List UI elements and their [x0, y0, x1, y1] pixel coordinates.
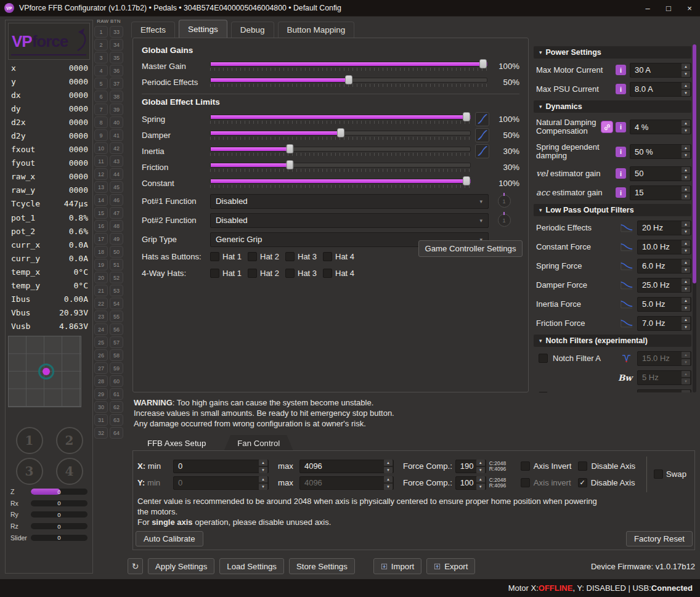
slider[interactable] — [210, 147, 471, 156]
spinner-down-icon[interactable]: ▼ — [682, 193, 690, 200]
raw-button[interactable]: 54 — [110, 298, 123, 309]
raw-button[interactable]: 28 — [94, 375, 108, 387]
raw-button[interactable]: 3 — [94, 52, 108, 63]
hat-checkbox[interactable]: Hat 3 — [285, 252, 317, 261]
slider[interactable] — [210, 62, 487, 71]
raw-button[interactable]: 18 — [94, 246, 108, 258]
raw-button[interactable]: 61 — [110, 388, 123, 400]
spinner-up-icon[interactable]: ▲ — [682, 278, 690, 285]
hat-checkbox[interactable]: Hat 3 — [285, 269, 317, 278]
raw-button[interactable]: 4 — [94, 65, 108, 76]
slider-handle[interactable] — [337, 128, 344, 137]
raw-button[interactable]: 42 — [110, 142, 123, 154]
link-icon[interactable] — [601, 121, 613, 133]
raw-button[interactable]: 23 — [94, 311, 108, 322]
spinner-down-icon[interactable]: ▼ — [682, 128, 690, 134]
spinner-buttons[interactable]: ▲▼ — [682, 316, 690, 331]
raw-button[interactable]: 52 — [110, 272, 123, 283]
setting-input[interactable]: 7.0 Hz▲▼ — [637, 316, 691, 331]
tab-fan-control[interactable]: Fan Control — [224, 435, 293, 451]
slider[interactable] — [210, 163, 471, 172]
raw-button[interactable]: 59 — [110, 362, 123, 374]
raw-button[interactable]: 40 — [110, 116, 123, 128]
slider-handle[interactable] — [479, 59, 487, 68]
raw-button[interactable]: 63 — [110, 414, 123, 426]
tab-effects[interactable]: Effects — [131, 22, 175, 38]
raw-button[interactable]: 27 — [94, 362, 108, 374]
raw-button[interactable]: 8 — [94, 116, 108, 128]
spinner-down-icon[interactable]: ▼ — [682, 286, 690, 292]
slider[interactable] — [210, 131, 471, 140]
raw-button[interactable]: 37 — [110, 78, 123, 89]
close-button[interactable]: × — [679, 0, 700, 16]
hat-checkbox[interactable]: Hat 2 — [248, 252, 280, 261]
spinner-up-icon[interactable]: ▲ — [682, 120, 690, 126]
swap-checkbox[interactable]: Swap — [654, 469, 686, 479]
spinner-up-icon[interactable]: ▲ — [682, 186, 690, 192]
section-header-dynamics[interactable]: ▾Dynamics — [534, 100, 691, 113]
spinner-buttons[interactable]: ▲▼ — [682, 144, 690, 159]
raw-button[interactable]: 39 — [110, 104, 123, 115]
raw-button[interactable]: 48 — [110, 220, 123, 232]
info-icon[interactable]: i — [616, 84, 626, 94]
spinner-down-icon[interactable]: ▼ — [682, 174, 690, 181]
raw-button[interactable]: 49 — [110, 233, 123, 245]
raw-button[interactable]: 38 — [110, 91, 123, 102]
response-curve-button[interactable] — [475, 128, 489, 142]
raw-button[interactable]: 22 — [94, 298, 108, 309]
auto-calibrate-button[interactable]: Auto Calibrate — [136, 531, 203, 546]
pot-knob-indicator[interactable]: 1 — [498, 214, 511, 227]
spinner-down-icon[interactable]: ▼ — [682, 324, 690, 330]
minimize-button[interactable]: – — [637, 0, 658, 16]
axis-x-min-input[interactable]: 0▲▼ — [173, 460, 269, 473]
slider-handle[interactable] — [287, 144, 294, 153]
raw-button[interactable]: 25 — [94, 336, 108, 348]
raw-button[interactable]: 36 — [110, 65, 123, 76]
spinner-buttons[interactable]: ▲▼ — [682, 221, 690, 235]
raw-button[interactable]: 5 — [94, 78, 108, 89]
raw-button[interactable]: 21 — [94, 285, 108, 296]
raw-button[interactable]: 12 — [94, 168, 108, 180]
raw-button[interactable]: 41 — [110, 129, 123, 141]
axis-x-max-input[interactable]: 4096▲▼ — [299, 460, 394, 473]
raw-button[interactable]: 35 — [110, 52, 123, 63]
raw-button[interactable]: 20 — [94, 272, 108, 283]
raw-button[interactable]: 47 — [110, 207, 123, 219]
info-icon[interactable]: i — [616, 168, 626, 179]
setting-input[interactable]: 50▲▼ — [630, 166, 691, 181]
spinner-buttons[interactable]: ▲▼ — [682, 63, 690, 78]
raw-button[interactable]: 10 — [94, 142, 108, 154]
setting-input[interactable]: 20 Hz▲▼ — [637, 221, 691, 235]
slider-handle[interactable] — [463, 176, 470, 185]
raw-button[interactable]: 7 — [94, 104, 108, 115]
import-button[interactable]: Import — [373, 558, 421, 574]
spinner-up-icon[interactable]: ▲ — [682, 63, 690, 70]
spinner-buttons[interactable]: ▲▼ — [682, 297, 690, 312]
raw-button[interactable]: 31 — [94, 414, 108, 426]
section-header-notch-filters-experimental-[interactable]: ▾Notch Filters (experimental) — [534, 335, 691, 347]
spinner-down-icon[interactable]: ▼ — [682, 229, 690, 235]
setting-input[interactable]: 4 %▲▼ — [630, 120, 691, 134]
maximize-button[interactable]: □ — [658, 0, 679, 16]
axis-x-force-comp-input[interactable]: 190▲▼ — [455, 460, 486, 473]
raw-button[interactable]: 62 — [110, 401, 123, 413]
raw-button[interactable]: 32 — [94, 427, 108, 439]
spinner-buttons[interactable]: ▲▼ — [682, 166, 690, 181]
raw-button[interactable]: 57 — [110, 336, 123, 348]
response-curve-button[interactable] — [475, 112, 489, 126]
dropdown-pot2-function[interactable]: Disabled▾ — [210, 213, 489, 228]
spinner-up-icon[interactable]: ▲ — [682, 167, 690, 173]
spinner-buttons[interactable]: ▲▼ — [682, 185, 690, 200]
raw-button[interactable]: 60 — [110, 375, 123, 387]
slider[interactable] — [210, 179, 471, 188]
dropdown-pot1-function[interactable]: Disabled▾ — [210, 194, 489, 209]
info-icon[interactable]: i — [616, 65, 626, 75]
factory-reset-button[interactable]: Factory Reset — [626, 531, 693, 546]
spinner-down-icon[interactable]: ▼ — [682, 90, 690, 96]
spinner-up-icon[interactable]: ▲ — [682, 317, 690, 323]
raw-button[interactable]: 24 — [94, 323, 108, 335]
raw-button[interactable]: 1 — [94, 26, 108, 38]
slider-handle[interactable] — [345, 75, 352, 84]
spinner-down-icon[interactable]: ▼ — [682, 248, 690, 254]
raw-button[interactable]: 15 — [94, 207, 108, 219]
